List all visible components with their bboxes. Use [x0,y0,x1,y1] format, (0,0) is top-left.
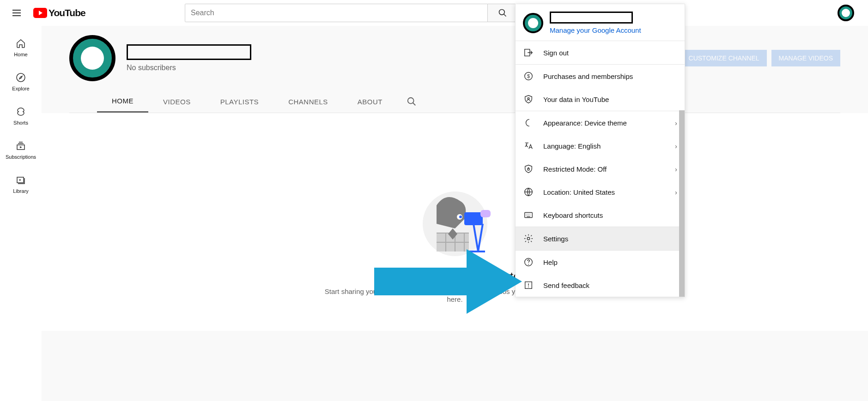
sidebar-item-subscriptions[interactable]: Subscriptions [0,133,42,167]
menu-item-settings[interactable]: Settings [516,227,685,250]
channel-name [127,44,251,60]
sidebar-label: Shorts [13,120,28,126]
menu-label: Keyboard shortcuts [543,211,603,219]
sidebar-item-explore[interactable]: Explore [0,65,42,99]
chevron-right-icon: › [675,165,677,173]
dollar-icon: $ [523,71,534,81]
upload-illustration [409,178,501,261]
left-sidebar: Home Explore Shorts Subscriptions Librar… [0,26,42,401]
menu-item-location[interactable]: Location: United States › [516,180,685,203]
empty-state: Upload a video to get started Start shar… [42,113,868,331]
sidebar-label: Library [13,188,29,194]
svg-point-1 [499,10,504,15]
tab-about[interactable]: ABOUT [343,91,397,112]
channel-tabs: HOME VIDEOS PLAYLISTS CHANNELS ABOUT [69,90,840,113]
home-icon [15,38,26,49]
svg-line-2 [504,14,506,17]
search-icon [498,8,507,18]
menu-label: Restricted Mode: Off [543,165,607,173]
subscriptions-icon [15,140,26,151]
account-menu-header: Manage your Google Account [516,4,685,41]
svg-point-21 [527,237,530,240]
menu-label: Purchases and memberships [543,72,633,80]
search-bar [185,4,517,22]
svg-point-6 [408,98,414,104]
account-name [550,12,633,24]
svg-rect-11 [464,212,483,225]
tab-playlists[interactable]: PLAYLISTS [206,91,273,112]
manage-videos-button[interactable]: MANAGE VIDEOS [771,50,840,66]
channel-avatar[interactable] [69,35,115,81]
youtube-logo-text: YouTube [49,7,85,18]
menu-item-help[interactable]: Help [516,251,685,274]
svg-rect-12 [480,210,491,217]
sidebar-label: Explore [12,86,29,91]
help-icon [523,257,534,267]
menu-label: Send feedback [543,281,589,289]
tab-videos[interactable]: VIDEOS [148,91,206,112]
customize-channel-button[interactable]: CUSTOMIZE CHANNEL [681,50,767,66]
feedback-icon [523,280,534,290]
sign-out-icon [523,48,534,58]
gear-icon [523,233,534,244]
sidebar-item-shorts[interactable]: Shorts [0,99,42,133]
keyboard-icon [523,210,534,220]
empty-state-title: Upload a video to get started [69,270,840,283]
account-avatar-button[interactable] [838,5,854,21]
channel-search-icon[interactable] [407,96,417,107]
sidebar-label: Subscriptions [6,154,36,160]
menu-item-sign-out[interactable]: Sign out [516,41,685,64]
menu-item-send-feedback[interactable]: Send feedback [516,274,685,297]
sidebar-label: Home [14,52,27,57]
menu-label: Settings [543,235,568,243]
account-menu: Manage your Google Account Sign out $ Pu… [515,4,685,297]
svg-point-23 [528,264,529,265]
menu-item-keyboard-shortcuts[interactable]: Keyboard shortcuts [516,203,685,227]
menu-item-appearance[interactable]: Appearance: Device theme › [516,111,685,134]
svg-line-7 [413,103,416,106]
chevron-right-icon: › [675,119,677,127]
menu-label: Appearance: Device theme [543,119,627,127]
moon-icon [523,118,534,128]
shorts-icon [15,106,26,117]
library-icon [15,174,26,186]
shield-person-icon [523,94,534,104]
search-input[interactable] [185,4,488,22]
translate-icon [523,141,534,151]
hamburger-menu-icon[interactable] [7,4,26,22]
tab-home[interactable]: HOME [97,90,148,113]
svg-rect-18 [528,168,529,170]
chevron-right-icon: › [675,188,677,196]
menu-label: Help [543,258,558,266]
menu-item-your-data[interactable]: Your data in YouTube [516,88,685,111]
svg-point-10 [459,215,462,218]
svg-point-17 [528,97,529,99]
youtube-logo[interactable]: YouTube [33,7,85,18]
menu-label: Language: English [543,142,601,150]
scrollbar[interactable] [679,110,685,297]
menu-label: Location: United States [543,188,615,196]
account-menu-avatar [523,13,543,33]
svg-point-3 [17,73,25,82]
shield-lock-icon [523,164,534,174]
sidebar-item-home[interactable]: Home [0,30,42,65]
globe-icon [523,187,534,197]
manage-google-account-link[interactable]: Manage your Google Account [550,26,641,34]
menu-label: Your data in YouTube [543,96,609,103]
main-content: No subscribers CUSTOMIZE CHANNEL MANAGE … [42,26,868,401]
sidebar-item-library[interactable]: Library [0,167,42,201]
tab-channels[interactable]: CHANNELS [273,91,343,112]
menu-item-purchases[interactable]: $ Purchases and memberships [516,65,685,88]
menu-item-language[interactable]: Language: English › [516,134,685,157]
compass-icon [15,72,26,83]
search-button[interactable] [488,4,517,22]
channel-header: No subscribers CUSTOMIZE CHANNEL MANAGE … [42,26,868,113]
menu-item-restricted[interactable]: Restricted Mode: Off › [516,157,685,180]
svg-point-26 [528,287,529,287]
svg-text:$: $ [527,73,530,79]
app-header: YouTube [0,0,868,26]
subscriber-count: No subscribers [127,64,251,72]
chevron-right-icon: › [675,142,677,150]
menu-label: Sign out [543,49,569,57]
